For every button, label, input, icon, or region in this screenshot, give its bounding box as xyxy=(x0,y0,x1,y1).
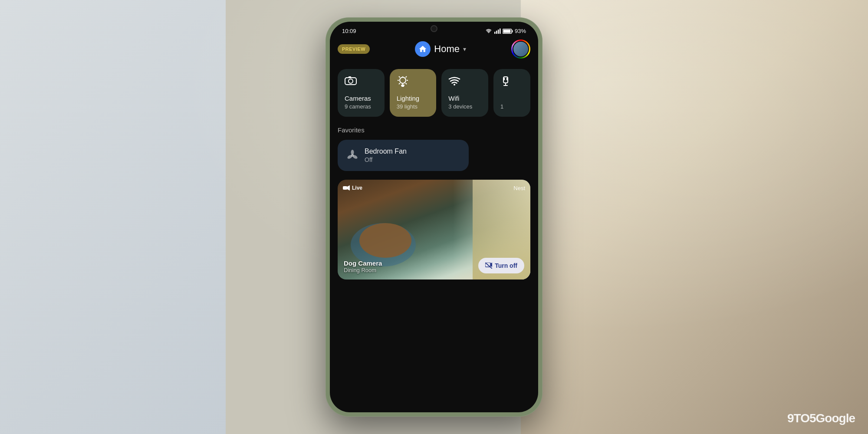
svg-rect-0 xyxy=(494,32,496,34)
svg-line-17 xyxy=(399,83,400,85)
home-title-group[interactable]: Home ▾ xyxy=(415,41,466,57)
svg-rect-31 xyxy=(343,186,347,190)
svg-point-21 xyxy=(454,84,455,85)
svg-rect-3 xyxy=(500,28,501,34)
home-icon xyxy=(418,45,427,53)
svg-rect-6 xyxy=(503,30,510,33)
camera-room: Dining Room xyxy=(344,267,382,273)
other-icon xyxy=(500,76,523,86)
home-chevron-icon[interactable]: ▾ xyxy=(463,46,466,53)
camera-icon xyxy=(345,76,357,85)
status-time: 10:09 xyxy=(342,28,356,34)
bedroom-fan-name: Bedroom Fan xyxy=(365,148,407,155)
bedroom-fan-status: Off xyxy=(365,156,407,163)
wifi-name: Wifi xyxy=(448,94,481,103)
lighting-card[interactable]: Lighting 39 lights xyxy=(390,69,437,117)
svg-point-10 xyxy=(400,77,406,83)
avatar-inner xyxy=(513,41,529,57)
svg-marker-32 xyxy=(347,185,350,191)
turn-off-button[interactable]: Turn off xyxy=(478,258,524,273)
fan-icon-svg xyxy=(346,149,358,161)
lighting-icon xyxy=(397,76,430,87)
wifi-icon-container xyxy=(448,76,481,85)
other-card[interactable]: 1 xyxy=(493,69,530,117)
battery-percent: 93% xyxy=(515,28,526,34)
app-header: PREVIEW Home ▾ xyxy=(338,38,530,60)
camera-feed[interactable]: Live Nest Dog Camera Dining Room Tu xyxy=(338,180,530,279)
cameras-card[interactable]: Cameras 9 cameras xyxy=(338,69,385,117)
svg-rect-5 xyxy=(512,30,513,32)
fan-icon xyxy=(346,149,358,161)
light-icon xyxy=(397,76,409,87)
front-camera-dot xyxy=(431,25,437,32)
lighting-count: 39 lights xyxy=(397,103,430,110)
lighting-name: Lighting xyxy=(397,94,430,103)
status-right-icons: 93% xyxy=(485,28,526,34)
app-content: PREVIEW Home ▾ xyxy=(330,38,538,402)
home-label: Home xyxy=(434,43,460,55)
nest-badge: Nest xyxy=(513,185,525,191)
wifi-icon xyxy=(448,76,460,85)
svg-line-15 xyxy=(399,76,400,78)
favorites-label: Favorites xyxy=(338,126,530,134)
phone-screen: 10:09 xyxy=(330,22,538,412)
cell-signal-icon xyxy=(494,28,501,34)
turn-off-icon xyxy=(485,263,492,269)
user-avatar[interactable] xyxy=(511,39,530,59)
room-table xyxy=(359,223,411,258)
wifi-count: 3 devices xyxy=(448,103,481,110)
svg-rect-2 xyxy=(498,30,499,34)
cameras-icon xyxy=(345,76,378,85)
bedroom-fan-card[interactable]: Bedroom Fan Off xyxy=(338,140,469,171)
other-count: 1 xyxy=(500,103,523,110)
watermark: 9TO5Google xyxy=(787,411,855,425)
svg-point-8 xyxy=(349,79,353,83)
live-camera-icon xyxy=(343,185,350,191)
preview-badge: PREVIEW xyxy=(338,44,370,54)
battery-icon xyxy=(503,28,513,34)
svg-point-28 xyxy=(351,150,354,155)
svg-line-18 xyxy=(405,83,407,85)
signal-icon xyxy=(485,28,492,34)
camera-notch xyxy=(431,25,437,32)
cameras-name: Cameras xyxy=(345,94,378,103)
svg-rect-9 xyxy=(349,76,351,78)
svg-rect-20 xyxy=(401,86,404,87)
live-badge: Live xyxy=(343,185,362,191)
cameras-count: 9 cameras xyxy=(345,103,378,110)
phone-shell: 10:09 xyxy=(326,17,542,417)
devices-grid: Cameras 9 cameras xyxy=(338,69,530,117)
camera-name: Dog Camera xyxy=(344,260,382,267)
turn-off-label: Turn off xyxy=(495,262,517,269)
svg-rect-1 xyxy=(496,30,497,34)
svg-line-16 xyxy=(405,76,407,78)
plug-icon xyxy=(500,76,511,86)
home-icon-button[interactable] xyxy=(415,41,431,57)
camera-info: Dog Camera Dining Room xyxy=(344,260,382,273)
wifi-card[interactable]: Wifi 3 devices xyxy=(441,69,488,117)
status-bar: 10:09 xyxy=(330,22,538,38)
live-label: Live xyxy=(352,185,362,191)
